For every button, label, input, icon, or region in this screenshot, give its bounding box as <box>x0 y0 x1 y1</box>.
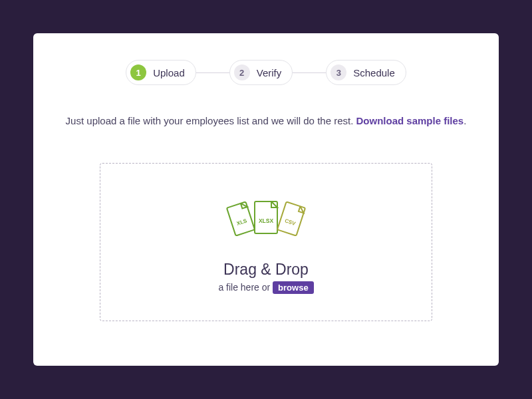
step-connector <box>293 72 326 73</box>
step-upload[interactable]: 1 Upload <box>126 60 196 85</box>
step-verify[interactable]: 2 Verify <box>229 60 293 85</box>
svg-rect-0 <box>227 201 255 235</box>
instructions-plain: Just upload a file with your employees l… <box>66 115 356 126</box>
step-number: 2 <box>234 65 250 80</box>
step-label: Verify <box>257 67 282 78</box>
dropzone-subtitle: a file here or browse <box>114 281 418 294</box>
step-number: 3 <box>331 65 346 80</box>
step-number: 1 <box>130 65 146 80</box>
file-ext-xlsx: XLSX <box>259 217 274 224</box>
step-label: Upload <box>153 67 185 78</box>
browse-button[interactable]: browse <box>273 281 314 294</box>
instructions-text: Just upload a file with your employees l… <box>53 115 479 126</box>
stepper: 1 Upload 2 Verify 3 Schedule <box>53 60 479 85</box>
download-sample-link[interactable]: Download sample files <box>356 115 464 126</box>
file-types-icon: XLS XLSX CSV <box>219 196 313 242</box>
step-schedule[interactable]: 3 Schedule <box>326 60 406 85</box>
instructions-period: . <box>464 115 466 126</box>
step-connector <box>196 72 229 73</box>
upload-card: 1 Upload 2 Verify 3 Schedule Just upload… <box>33 33 499 366</box>
file-dropzone[interactable]: XLS XLSX CSV Drag & Drop a file here or … <box>100 163 432 321</box>
dropzone-sub-prefix: a file here or <box>218 282 273 293</box>
dropzone-title: Drag & Drop <box>114 261 418 279</box>
step-label: Schedule <box>353 67 395 78</box>
